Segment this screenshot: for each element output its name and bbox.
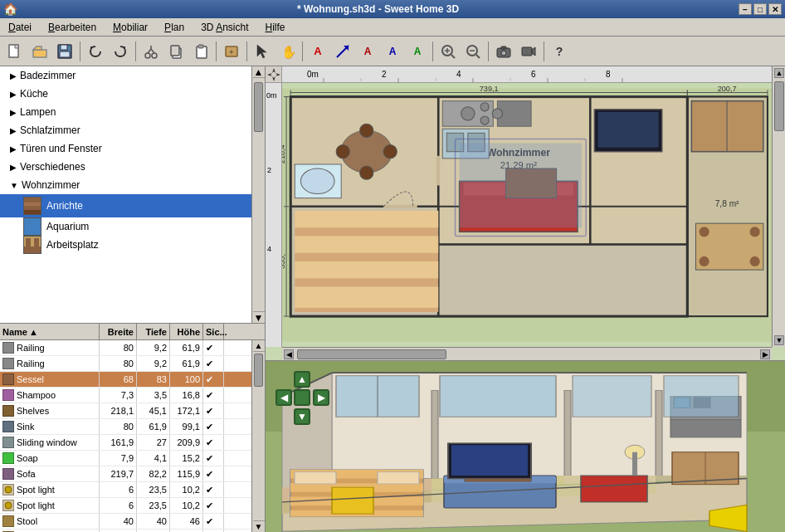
furniture-row[interactable]: Sink 80 61,9 99,1 ✔ bbox=[0, 419, 265, 435]
tree-item-schlafzimmer[interactable]: ▶ Schlafzimmer bbox=[0, 121, 265, 139]
furniture-row[interactable]: Shelves 218,1 45,1 172,1 ✔ bbox=[0, 403, 265, 419]
zoom-out-button[interactable] bbox=[461, 40, 485, 63]
svg-rect-64 bbox=[436, 156, 440, 186]
add-arrow-button[interactable] bbox=[331, 40, 354, 63]
redo-button[interactable] bbox=[109, 40, 132, 63]
text-label-a-button[interactable]: A bbox=[356, 40, 379, 63]
nav-up[interactable]: ▲ bbox=[294, 371, 310, 388]
tree-item-wohnzimmer[interactable]: ▼ Wohnzimmer bbox=[0, 176, 265, 194]
paste-button[interactable] bbox=[189, 40, 212, 63]
fp-content: 739,1 200,7 218,4 bbox=[282, 83, 772, 347]
tree-item-arbeitsplatz[interactable]: Arbeitsplatz bbox=[0, 236, 265, 254]
nav-left[interactable]: ◀ bbox=[275, 389, 292, 406]
furniture-row[interactable]: Stool 40 40 46 ✔ bbox=[0, 514, 265, 530]
furniture-row[interactable]: Spot light 6 23,5 10,2 ✔ bbox=[0, 482, 265, 498]
furniture-icon bbox=[2, 468, 14, 480]
menu-hilfe[interactable]: Hilfe bbox=[261, 20, 290, 35]
help-button[interactable]: ? bbox=[548, 40, 571, 63]
svg-marker-46 bbox=[267, 73, 272, 76]
svg-text:335,: 335, bbox=[282, 254, 286, 269]
furn-scroll-up[interactable]: ▲ bbox=[253, 340, 265, 352]
nav-center bbox=[294, 389, 310, 406]
maximize-button[interactable]: □ bbox=[753, 3, 767, 15]
menu-datei[interactable]: Datei bbox=[3, 20, 37, 35]
tree-item-aquarium[interactable]: Aquarium bbox=[0, 217, 265, 236]
tree-scrollbar[interactable]: ▲ ▼ bbox=[251, 66, 265, 323]
nav-control: ▲ ▼ ◀ ▶ bbox=[275, 371, 329, 425]
col-header-breite[interactable]: Breite bbox=[100, 324, 137, 339]
fp-hscroll-right[interactable]: ▶ bbox=[760, 349, 770, 359]
furniture-row[interactable]: Spot light 6 23,5 10,2 ✔ bbox=[0, 498, 265, 514]
col-header-name[interactable]: Name ▲ bbox=[0, 324, 100, 339]
col-breite-label: Breite bbox=[108, 327, 134, 337]
col-sic-label: Sic... bbox=[206, 327, 227, 337]
col-header-sic[interactable]: Sic... bbox=[203, 324, 224, 339]
titlebar-icon: 🏠 bbox=[3, 2, 17, 16]
tree-item-anrichte[interactable]: Anrichte bbox=[0, 194, 265, 217]
tree-item-turen[interactable]: ▶ Türen und Fenster bbox=[0, 139, 265, 158]
furniture-row[interactable]: Sofa 219,7 82,2 115,9 ✔ bbox=[0, 466, 265, 482]
text-blue-a-button[interactable]: A bbox=[381, 40, 404, 63]
svg-rect-139 bbox=[295, 472, 336, 484]
floor-plan-view[interactable]: 0m 2 4 6 8 0 bbox=[266, 66, 785, 361]
import-furniture-button[interactable]: + bbox=[220, 40, 243, 63]
furniture-row[interactable]: Railing 80 9,2 61,9 ✔ bbox=[0, 340, 265, 356]
furn-scroll-down[interactable]: ▼ bbox=[253, 520, 265, 532]
tree-item-verschiedenes[interactable]: ▶ Verschiedenes bbox=[0, 158, 265, 176]
nav-down[interactable]: ▼ bbox=[294, 408, 310, 425]
video-button[interactable] bbox=[517, 40, 540, 63]
text-green-a-button[interactable]: A bbox=[406, 40, 429, 63]
svg-point-85 bbox=[360, 166, 373, 179]
furniture-row[interactable]: Sliding window 161,9 27 209,9 ✔ bbox=[0, 435, 265, 451]
tree-item-badezimmer[interactable]: ▶ Badezimmer bbox=[0, 66, 265, 85]
nav-right[interactable]: ▶ bbox=[313, 389, 329, 406]
visibility-check: ✔ bbox=[206, 437, 213, 448]
furniture-row[interactable]: Soap 7,9 4,1 15,2 ✔ bbox=[0, 451, 265, 466]
svg-text:✋: ✋ bbox=[281, 45, 295, 60]
furniture-row[interactable]: Railing 80 9,2 61,9 ✔ bbox=[0, 356, 265, 372]
furniture-name: Spot light bbox=[17, 485, 55, 495]
fp-hscroll-thumb[interactable] bbox=[297, 349, 446, 359]
tree-scroll-up[interactable]: ▲ bbox=[253, 66, 265, 78]
fp-vscrollbar[interactable]: ▲ ▼ bbox=[772, 66, 785, 347]
furniture-rows-container: Railing 80 9,2 61,9 ✔ Railing 80 9,2 61,… bbox=[0, 340, 265, 532]
toolbar-sep-1 bbox=[80, 41, 80, 61]
view-3d[interactable]: ▲ ▼ ◀ ▶ bbox=[266, 361, 785, 532]
visibility-check: ✔ bbox=[206, 500, 213, 511]
tree-label-turen: Türen und Fenster bbox=[20, 143, 102, 154]
select-tool[interactable] bbox=[251, 40, 274, 63]
menu-3d-ansicht[interactable]: 3D Ansicht bbox=[196, 20, 253, 35]
tree-scroll-down[interactable]: ▼ bbox=[253, 311, 265, 323]
fp-vscroll-thumb[interactable] bbox=[774, 81, 784, 131]
zoom-in-button[interactable] bbox=[436, 40, 460, 63]
svg-rect-159 bbox=[573, 376, 651, 417]
camera-button[interactable] bbox=[492, 40, 515, 63]
menu-plan[interactable]: Plan bbox=[159, 20, 189, 35]
save-button[interactable] bbox=[53, 40, 76, 63]
new-button[interactable] bbox=[3, 40, 27, 63]
add-text-button[interactable]: A bbox=[306, 40, 329, 63]
fp-hscrollbar[interactable]: ◀ ▶ bbox=[282, 347, 772, 360]
tree-item-kuche[interactable]: ▶ Küche bbox=[0, 85, 265, 103]
svg-line-8 bbox=[148, 49, 151, 53]
fp-vscroll-up[interactable]: ▲ bbox=[774, 68, 784, 78]
furniture-row[interactable]: Shampoo 7,3 3,5 16,8 ✔ bbox=[0, 388, 265, 403]
tree-arrow-badezimmer: ▶ bbox=[10, 71, 17, 81]
tree-item-lampen[interactable]: ▶ Lampen bbox=[0, 103, 265, 121]
minimize-button[interactable]: − bbox=[739, 3, 752, 15]
open-button[interactable] bbox=[28, 40, 51, 63]
copy-button[interactable] bbox=[164, 40, 188, 63]
menu-bearbeiten[interactable]: Bearbeiten bbox=[43, 20, 101, 35]
menu-mobiliar[interactable]: Mobiliar bbox=[108, 20, 153, 35]
cut-button[interactable] bbox=[139, 40, 163, 63]
undo-button[interactable] bbox=[84, 40, 107, 63]
fp-hscroll-left[interactable]: ◀ bbox=[284, 349, 294, 359]
col-header-tiefe[interactable]: Tiefe bbox=[137, 324, 170, 339]
furniture-row[interactable]: Sessel 68 83 100 ✔ bbox=[0, 372, 265, 388]
col-header-hohe[interactable]: Höhe bbox=[170, 324, 203, 339]
fp-vscroll-down[interactable]: ▼ bbox=[774, 335, 784, 345]
hand-tool[interactable]: ✋ bbox=[275, 40, 299, 63]
close-button[interactable]: ✕ bbox=[768, 3, 782, 15]
furniture-icon bbox=[2, 373, 14, 385]
furniture-scrollbar[interactable]: ▲ ▼ bbox=[251, 340, 265, 532]
